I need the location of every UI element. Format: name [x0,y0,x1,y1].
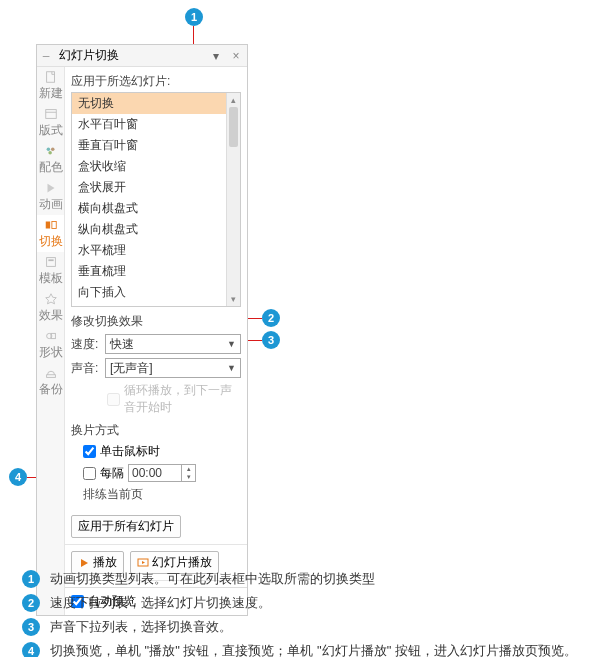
svg-point-5 [48,151,52,155]
sidebar-item-shape[interactable]: 形状 [37,326,64,363]
shape-icon [44,329,58,343]
backup-icon [44,366,58,380]
palette-icon [44,144,58,158]
svg-rect-7 [45,221,49,228]
list-item[interactable]: 向左插入 [72,303,240,307]
svg-marker-14 [81,559,88,567]
legend-text: 切换预览，单机 "播放" 按钮，直接预览；单机 "幻灯片播放" 按钮，进入幻灯片… [50,642,577,657]
slideshow-icon [137,557,149,569]
spin-down-icon[interactable]: ▾ [182,473,195,481]
sound-row: 声音: [无声音] ▼ [71,358,241,378]
svg-rect-9 [46,257,55,266]
svg-point-4 [51,147,55,151]
scroll-thumb[interactable] [229,107,238,147]
loop-label: 循环播放，到下一声音开始时 [124,382,241,416]
list-item[interactable]: 无切换 [72,93,240,114]
list-item[interactable]: 水平梳理 [72,240,240,261]
legend-text: 速度下拉列表，选择幻灯片切换速度。 [50,594,271,612]
sound-label: 声音: [71,360,105,377]
svg-rect-10 [48,259,53,261]
apply-label: 应用于所选幻灯片: [71,73,241,90]
sidebar: 新建 版式 配色 动画 切换 模板 效果 形状 备份 [37,67,65,615]
minimize-icon[interactable]: – [37,49,55,63]
list-item[interactable]: 水平百叶窗 [72,114,240,135]
speed-value: 快速 [110,336,134,353]
panel-content: 应用于所选幻灯片: 无切换 水平百叶窗 垂直百叶窗 盒状收缩 盒状展开 横向棋盘… [65,67,247,587]
chevron-down-icon: ▼ [227,363,236,373]
list-item[interactable]: 垂直百叶窗 [72,135,240,156]
speed-row: 速度: 快速 ▼ [71,334,241,354]
sidebar-item-anim[interactable]: 动画 [37,178,64,215]
callout-4: 4 [9,468,27,486]
legend-num: 1 [22,570,40,588]
sidebar-item-effect[interactable]: 效果 [37,289,64,326]
anim-icon [44,181,58,195]
list-item[interactable]: 向下插入 [72,282,240,303]
list-item[interactable]: 横向棋盘式 [72,198,240,219]
title-bar: – 幻灯片切换 ▾ × [37,45,247,67]
speed-combo[interactable]: 快速 ▼ [105,334,241,354]
list-item[interactable]: 盒状展开 [72,177,240,198]
scrollbar[interactable]: ▴ ▾ [226,93,240,306]
legend-text: 声音下拉列表，选择切换音效。 [50,618,232,636]
speed-label: 速度: [71,336,105,353]
sidebar-item-new[interactable]: 新建 [37,67,64,104]
spin-up-icon[interactable]: ▴ [182,465,195,473]
every-checkbox[interactable] [83,467,96,480]
transition-icon [44,218,58,232]
legend-num: 3 [22,618,40,636]
sound-value: [无声音] [110,360,153,377]
svg-rect-0 [46,71,54,82]
svg-point-3 [46,147,50,151]
onclick-row: 单击鼠标时 [71,443,241,460]
svg-marker-6 [47,183,54,192]
svg-rect-13 [46,374,55,377]
sidebar-item-layout[interactable]: 版式 [37,104,64,141]
legend-text: 动画切换类型列表。可在此列表框中选取所需的切换类型 [50,570,375,588]
transition-panel: – 幻灯片切换 ▾ × 新建 版式 配色 动画 切换 模板 效果 形状 备份 应… [36,44,248,616]
callout-3: 3 [262,331,280,349]
list-item[interactable]: 盒状收缩 [72,156,240,177]
modify-label: 修改切换效果 [71,313,241,330]
layout-icon [44,107,58,121]
callout-2: 2 [262,309,280,327]
sidebar-item-backup[interactable]: 备份 [37,363,64,400]
every-row: 每隔 00:00 ▴▾ [71,464,241,482]
onclick-label: 单击鼠标时 [100,443,160,460]
svg-rect-8 [51,221,55,228]
sidebar-item-template[interactable]: 模板 [37,252,64,289]
legend-num: 4 [22,642,40,657]
scroll-up-icon[interactable]: ▴ [227,93,240,107]
time-spinner[interactable]: ▴▾ [182,464,196,482]
template-icon [44,255,58,269]
apply-all-group: 应用于所有幻灯片 [71,509,241,538]
onclick-checkbox[interactable] [83,445,96,458]
callout-1: 1 [185,8,203,26]
advance-label: 换片方式 [71,422,241,439]
svg-rect-1 [45,109,56,118]
legend: 1动画切换类型列表。可在此列表框中选取所需的切换类型 2速度下拉列表，选择幻灯片… [22,570,592,657]
legend-num: 2 [22,594,40,612]
play-icon [78,557,90,569]
every-time-input[interactable]: 00:00 [128,464,182,482]
list-item[interactable]: 纵向棋盘式 [72,219,240,240]
sidebar-item-color[interactable]: 配色 [37,141,64,178]
close-icon[interactable]: × [225,49,247,63]
file-icon [44,70,58,84]
apply-all-button[interactable]: 应用于所有幻灯片 [71,515,181,538]
panel-title: 幻灯片切换 [55,47,213,64]
chevron-down-icon[interactable]: ▾ [213,49,225,63]
transition-list[interactable]: 无切换 水平百叶窗 垂直百叶窗 盒状收缩 盒状展开 横向棋盘式 纵向棋盘式 水平… [71,92,241,307]
list-item[interactable]: 垂直梳理 [72,261,240,282]
svg-marker-16 [142,561,145,564]
loop-checkbox [107,393,120,406]
every-label: 每隔 [100,465,124,482]
effect-icon [44,292,58,306]
rehearse-button[interactable]: 排练当前页 [71,486,241,503]
loop-row: 循环播放，到下一声音开始时 [71,382,241,416]
sidebar-item-transition[interactable]: 切换 [37,215,64,252]
scroll-down-icon[interactable]: ▾ [227,292,240,306]
sound-combo[interactable]: [无声音] ▼ [105,358,241,378]
chevron-down-icon: ▼ [227,339,236,349]
